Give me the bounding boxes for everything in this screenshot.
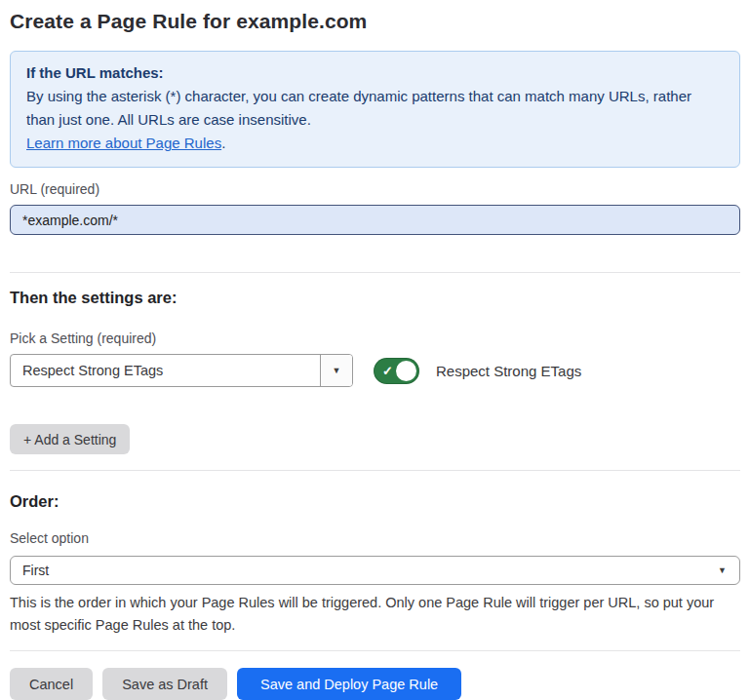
url-match-info-box: If the URL matches: By using the asteris… [10,51,740,168]
setting-toggle[interactable]: ✓ [374,358,419,384]
order-help-text: This is the order in which your Page Rul… [10,592,740,637]
add-setting-button[interactable]: + Add a Setting [10,424,130,454]
learn-more-link[interactable]: Learn more about Page Rules [26,135,221,151]
info-box-link-line: Learn more about Page Rules. [26,132,724,155]
setting-row: Respect Strong ETags ▼ ✓ Respect Strong … [10,354,740,387]
setting-select-arrow-box[interactable]: ▼ [320,355,352,386]
info-box-body: By using the asterisk (*) character, you… [26,85,724,132]
chevron-down-icon: ▼ [333,367,341,375]
check-icon: ✓ [382,364,393,378]
save-deploy-button[interactable]: Save and Deploy Page Rule [237,668,461,700]
setting-toggle-label: Respect Strong ETags [436,363,581,379]
section-divider [10,470,740,471]
toggle-knob [396,361,416,381]
order-section-heading: Order: [10,492,740,511]
chevron-down-icon: ▼ [718,566,727,575]
footer-divider [10,650,740,651]
url-input[interactable] [10,205,740,235]
settings-section-heading: Then the settings are: [10,289,740,307]
link-period: . [221,135,225,151]
page-title: Create a Page Rule for example.com [10,10,740,33]
page-rule-form: Create a Page Rule for example.com If th… [0,0,750,700]
section-divider [10,272,740,273]
order-select[interactable]: First ▼ [10,556,740,585]
info-box-heading: If the URL matches: [26,61,724,85]
order-select-label: Select option [10,530,740,546]
pick-setting-label: Pick a Setting (required) [10,331,740,346]
action-buttons: Cancel Save as Draft Save and Deploy Pag… [10,668,740,700]
setting-select[interactable]: Respect Strong ETags ▼ [10,354,353,387]
save-draft-button[interactable]: Save as Draft [102,668,227,700]
cancel-button[interactable]: Cancel [10,668,93,700]
url-field-label: URL (required) [10,181,740,197]
order-select-value: First [22,563,49,578]
setting-select-value: Respect Strong ETags [11,355,320,386]
